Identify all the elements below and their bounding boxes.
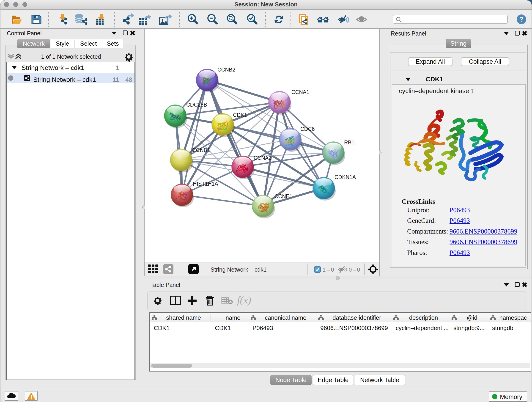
svg-text:CDC25B: CDC25B	[186, 102, 207, 108]
svg-text:CDK1: CDK1	[233, 112, 247, 118]
svg-text:RB1: RB1	[344, 140, 355, 146]
svg-text:CDC6: CDC6	[300, 126, 315, 132]
svg-text:HIST1H1A: HIST1H1A	[193, 181, 218, 187]
svg-text:CCNE1: CCNE1	[274, 193, 292, 199]
svg-text:CCNB1: CCNB1	[192, 147, 210, 153]
svg-text:CCNB2: CCNB2	[217, 67, 235, 73]
svg-text:CCNA2: CCNA2	[254, 155, 272, 161]
svg-text:CDKN1A: CDKN1A	[335, 174, 356, 180]
svg-text:CCNA1: CCNA1	[291, 89, 309, 95]
